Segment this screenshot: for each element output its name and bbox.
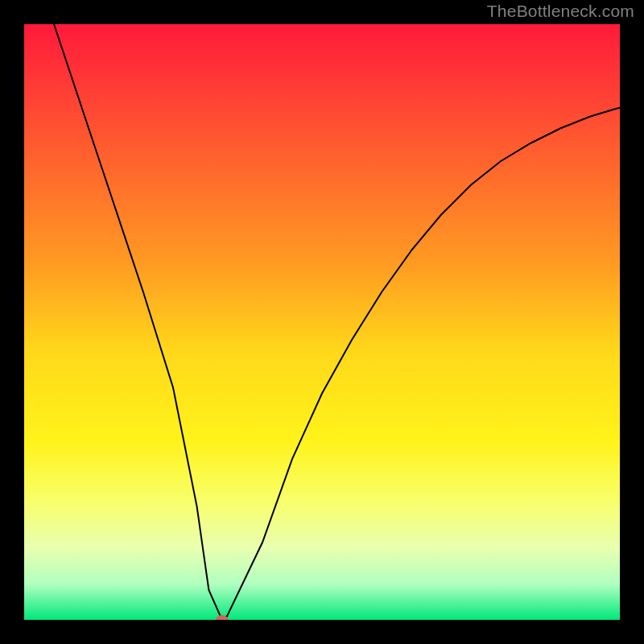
chart-frame: TheBottleneck.com xyxy=(0,0,644,644)
plot-background xyxy=(24,24,620,620)
watermark-text: TheBottleneck.com xyxy=(487,2,634,21)
minimum-marker xyxy=(216,615,229,625)
bottleneck-chart xyxy=(0,0,644,644)
